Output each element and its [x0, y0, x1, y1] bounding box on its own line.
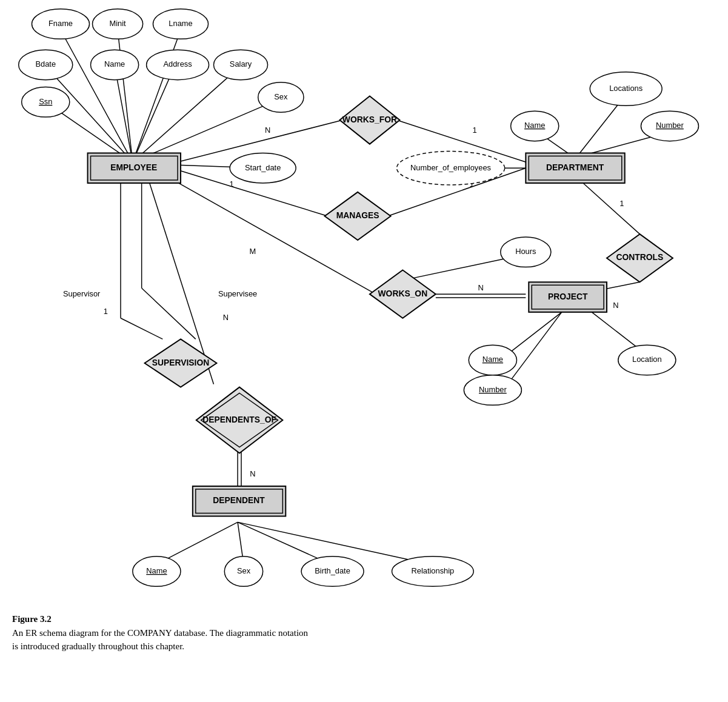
- caption-line1: An ER schema diagram for the COMPANY dat…: [12, 626, 308, 640]
- salary-label: Salary: [230, 59, 252, 69]
- start-date-label: Start_date: [245, 163, 281, 172]
- svg-line-27: [399, 258, 507, 281]
- dep-name-label: Name: [146, 566, 167, 575]
- svg-line-36: [121, 318, 162, 339]
- svg-text:Supervisor: Supervisor: [63, 289, 101, 298]
- dependent-label: DEPENDENT: [213, 495, 265, 505]
- svg-text:M: M: [249, 247, 256, 256]
- svg-line-40: [142, 288, 196, 339]
- supervision-label: SUPERVISION: [152, 358, 209, 367]
- svg-text:1: 1: [230, 179, 234, 189]
- lname-label: Lname: [169, 19, 192, 28]
- works-on-label: WORKS_ON: [378, 289, 428, 298]
- svg-line-28: [579, 180, 640, 234]
- svg-line-48: [156, 522, 238, 564]
- svg-text:1: 1: [473, 125, 477, 135]
- svg-text:1: 1: [104, 307, 108, 316]
- svg-line-5: [133, 66, 175, 162]
- locations-label: Locations: [609, 84, 643, 93]
- employee-label: EMPLOYEE: [110, 162, 157, 172]
- proj-name-label: Name: [483, 355, 503, 364]
- figure-caption: Figure 3.2 An ER schema diagram for the …: [12, 612, 308, 654]
- emp-sex-label: Sex: [274, 92, 288, 101]
- svg-text:N: N: [613, 301, 618, 310]
- svg-line-6: [133, 66, 241, 162]
- svg-text:N: N: [265, 125, 270, 135]
- location-label: Location: [632, 355, 662, 364]
- svg-text:N: N: [223, 313, 229, 322]
- bdate-label: Bdate: [35, 59, 56, 69]
- hours-label: Hours: [515, 247, 536, 256]
- dept-name-label: Name: [524, 121, 545, 130]
- svg-line-0: [61, 30, 133, 162]
- svg-text:N: N: [478, 283, 483, 292]
- svg-text:N: N: [250, 469, 255, 478]
- proj-number-label: Number: [479, 385, 507, 394]
- dept-number-label: Number: [656, 121, 684, 130]
- works-for-label: WORKS_FOR: [342, 115, 397, 124]
- emp-name-label: Name: [104, 59, 125, 69]
- caption-line2: is introduced gradually throughout this …: [12, 640, 308, 654]
- minit-label: Minit: [109, 19, 126, 28]
- birth-date-label: Birth_date: [315, 566, 350, 575]
- svg-text:1: 1: [619, 199, 624, 208]
- num-employees-label: Number_of_employees: [410, 163, 491, 172]
- controls-label: CONTROLS: [616, 252, 664, 262]
- relationship-label: Relationship: [411, 566, 454, 575]
- dep-sex-label: Sex: [237, 566, 251, 575]
- svg-text:Supervisee: Supervisee: [218, 289, 257, 298]
- address-label: Address: [163, 59, 192, 69]
- manages-label: MANAGES: [336, 210, 379, 220]
- department-label: DEPARTMENT: [546, 162, 604, 172]
- project-label: PROJECT: [548, 292, 588, 301]
- dependents-of-label: DEPENDENTS_OF: [202, 415, 276, 424]
- figure-title: Figure 3.2: [12, 612, 308, 626]
- ssn-label: Ssn: [39, 97, 52, 106]
- fname-label: Fname: [48, 19, 73, 28]
- svg-line-22: [162, 174, 375, 294]
